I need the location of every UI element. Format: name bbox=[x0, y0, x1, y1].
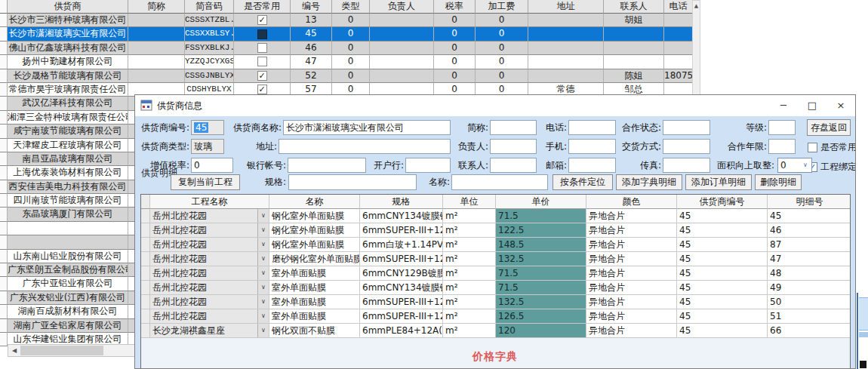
unit-cell[interactable]: m² bbox=[443, 223, 496, 238]
supplier_id-input[interactable]: 45 bbox=[191, 120, 224, 135]
supplier_type-input[interactable]: 玻璃 bbox=[191, 139, 224, 154]
table-row[interactable]: 扬州中勤建材有限公司YZZQJCYXGS47000 bbox=[0, 55, 692, 69]
detail-id-cell[interactable]: 87 bbox=[768, 238, 851, 252]
unit-cell[interactable]: m² bbox=[443, 266, 496, 281]
bank_account-input[interactable] bbox=[288, 158, 366, 173]
chevron-down-icon[interactable]: ∨ bbox=[257, 238, 269, 251]
coop_years-input[interactable] bbox=[768, 139, 796, 154]
supplier-id-cell[interactable]: 45 bbox=[677, 281, 768, 295]
spec-cell[interactable]: 6mmSUPER-III+12A(硅... bbox=[360, 295, 443, 309]
detail-row[interactable]: 长沙龙湖祺鑫星座∨钢化双面不贴膜6mmPLE84+12A(硅酮胶...m²120… bbox=[141, 324, 850, 338]
supplier-id-cell[interactable]: 45 bbox=[677, 309, 768, 324]
table-row[interactable]: 长沙市潇湘玻璃实业有限公司CSSXXBLSY...45000 bbox=[0, 27, 692, 41]
price-cell[interactable]: 132.5 bbox=[496, 295, 586, 309]
name-cell[interactable]: 室外单面贴膜 bbox=[269, 281, 360, 295]
detail-row[interactable]: 岳州北控花园∨磨砂钢化室外单面贴膜6mmSUPER-III+12A(硅...m²… bbox=[141, 252, 850, 266]
spec-cell[interactable]: 6mmSUPER-III+12A(硅... bbox=[360, 223, 443, 238]
price-cell[interactable]: 71.5 bbox=[496, 266, 586, 281]
detail-id-cell[interactable]: 49 bbox=[768, 281, 851, 295]
manager-input[interactable] bbox=[490, 139, 537, 154]
unit-cell[interactable]: m² bbox=[443, 324, 496, 338]
detail-id-cell[interactable]: 48 bbox=[768, 266, 851, 281]
common-checkbox[interactable]: ✓ bbox=[257, 15, 267, 25]
chevron-down-icon[interactable]: ∨ bbox=[257, 223, 269, 237]
project-combo-cell[interactable]: 岳州北控花园∨ bbox=[150, 252, 269, 266]
color-cell[interactable]: 异地合片 bbox=[586, 223, 677, 238]
detail-id-cell[interactable]: 45 bbox=[768, 209, 851, 223]
scrollbar-thumb[interactable] bbox=[20, 346, 103, 355]
name-cell[interactable]: 室外单面贴膜 bbox=[269, 309, 360, 324]
color-cell[interactable]: 异地合片 bbox=[586, 309, 677, 324]
detail-row[interactable]: 岳州北控花园∨室外单面贴膜6mmCNY134镀膜钢化m²71.5异地合片4549 bbox=[141, 281, 850, 295]
name-filter-input[interactable] bbox=[451, 174, 548, 190]
supplier-id-cell[interactable]: 45 bbox=[677, 324, 768, 338]
suppliers-vertical-scrollbar[interactable]: ▲ bbox=[692, 0, 700, 97]
scroll-up-icon[interactable]: ▲ bbox=[693, 1, 700, 12]
spec-cell[interactable]: 6mmCNY134镀膜钢化 bbox=[360, 281, 443, 295]
unit-cell[interactable]: m² bbox=[443, 309, 496, 324]
common-use-checkbox[interactable] bbox=[808, 143, 817, 152]
mobile-input[interactable] bbox=[568, 139, 616, 154]
add-dictionary-detail-button[interactable]: 添加字典明细 bbox=[616, 174, 682, 190]
supplier-id-cell[interactable]: 45 bbox=[677, 266, 768, 281]
project-combo-cell[interactable]: 岳州北控花园∨ bbox=[150, 223, 269, 238]
chevron-down-icon[interactable]: ∨ bbox=[257, 252, 269, 266]
project-combo-cell[interactable]: 岳州北控花园∨ bbox=[150, 238, 269, 252]
chevron-down-icon[interactable]: ∨ bbox=[257, 209, 269, 223]
close-icon[interactable]: × bbox=[826, 95, 855, 116]
vat-input[interactable]: 0 bbox=[191, 158, 233, 173]
common-checkbox[interactable] bbox=[257, 29, 267, 39]
color-cell[interactable]: 异地合片 bbox=[586, 281, 677, 295]
detail-id-cell[interactable]: 66 bbox=[768, 324, 851, 338]
spec-cell[interactable]: 6mmSUPER-III+12A(硅... bbox=[360, 309, 443, 324]
color-cell[interactable]: 异地合片 bbox=[586, 295, 677, 309]
spec-filter-input[interactable] bbox=[288, 174, 417, 190]
unit-cell[interactable]: m² bbox=[443, 281, 496, 295]
scroll-left-icon[interactable]: ◀ bbox=[8, 347, 20, 354]
spec-cell[interactable]: 6mmSUPER-III+12A(硅... bbox=[360, 252, 443, 266]
color-cell[interactable]: 异地合片 bbox=[586, 324, 677, 338]
locate-by-condition-button[interactable]: 按条件定位 bbox=[553, 174, 613, 190]
common-checkbox[interactable]: ✓ bbox=[257, 85, 267, 94]
color-cell[interactable]: 异地合片 bbox=[586, 252, 677, 266]
color-cell[interactable]: 异地合片 bbox=[586, 266, 677, 281]
name-cell[interactable]: 室外单面贴膜 bbox=[269, 295, 360, 309]
round-up-select[interactable]: 0 ∨ bbox=[777, 158, 812, 173]
unit-cell[interactable]: m² bbox=[443, 238, 496, 252]
supplier-id-cell[interactable]: 45 bbox=[677, 238, 768, 252]
bank_name-input[interactable] bbox=[405, 158, 451, 173]
spec-cell[interactable]: 6mmPLE84+12A(硅酮胶... bbox=[360, 324, 443, 338]
chevron-down-icon[interactable]: ∨ bbox=[257, 281, 269, 294]
table-row[interactable]: 长沙晟格节能玻璃有限公司CSSGJNBLYXGS✓52000陈姐180751 bbox=[0, 69, 692, 83]
unit-cell[interactable]: m² bbox=[443, 295, 496, 309]
common-checkbox[interactable] bbox=[257, 57, 267, 66]
fax-input[interactable] bbox=[663, 158, 710, 173]
price-cell[interactable]: 120 bbox=[496, 324, 586, 338]
name-cell[interactable]: 钢化室外单面贴膜 bbox=[269, 223, 360, 238]
price-cell[interactable]: 71.5 bbox=[496, 209, 586, 223]
chevron-down-icon[interactable]: ∨ bbox=[257, 309, 269, 323]
price-cell[interactable]: 126.5 bbox=[496, 309, 586, 324]
unit-cell[interactable]: m² bbox=[443, 209, 496, 223]
address-input[interactable] bbox=[279, 139, 451, 154]
detail-id-cell[interactable]: 51 bbox=[768, 309, 851, 324]
name-cell[interactable]: 室外单面贴膜 bbox=[269, 266, 360, 281]
supplier_name-input[interactable]: 长沙市潇湘玻璃实业有限公司 bbox=[283, 120, 451, 135]
name-cell[interactable]: 钢化室外单面贴膜 bbox=[269, 209, 360, 223]
common-checkbox[interactable]: ✓ bbox=[257, 71, 267, 81]
chevron-down-icon[interactable]: ∨ bbox=[800, 158, 811, 172]
price-cell[interactable]: 71.5 bbox=[496, 281, 586, 295]
price-cell[interactable]: 132.5 bbox=[496, 252, 586, 266]
save-return-button[interactable]: 存盘返回 bbox=[807, 119, 851, 136]
price-cell[interactable]: 148.5 bbox=[496, 238, 586, 252]
color-cell[interactable]: 异地合片 bbox=[586, 209, 677, 223]
supplier-id-cell[interactable]: 45 bbox=[677, 209, 768, 223]
coop_state-input[interactable] bbox=[663, 120, 710, 135]
detail-id-cell[interactable]: 46 bbox=[768, 223, 851, 238]
detail-row[interactable]: 岳州北控花园∨室外单面贴膜6mmSUPER-III+12A(硅...m²126.… bbox=[141, 309, 850, 324]
project-combo-cell[interactable]: 岳州北控花园∨ bbox=[150, 295, 269, 309]
price-cell[interactable]: 122.5 bbox=[496, 223, 586, 238]
detail-id-cell[interactable]: 47 bbox=[768, 252, 851, 266]
supplier-id-cell[interactable]: 45 bbox=[677, 295, 768, 309]
maximize-icon[interactable]: □ bbox=[798, 95, 826, 116]
